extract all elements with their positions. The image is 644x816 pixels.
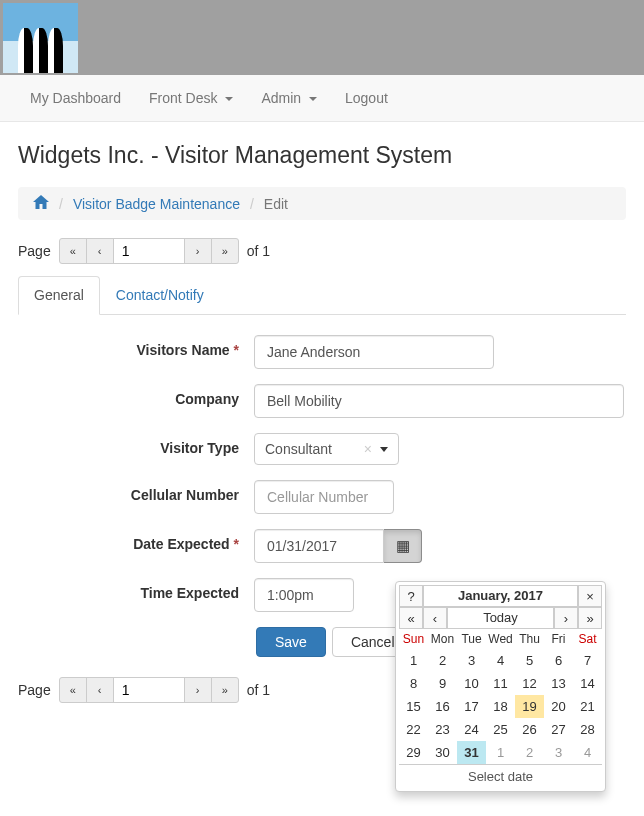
nav-my-dashboard[interactable]: My Dashboard — [16, 75, 135, 121]
chevron-down-icon — [225, 97, 233, 101]
label-visitor-type: Visitor Type — [18, 433, 254, 456]
datepicker-day[interactable]: 28 — [573, 718, 602, 735]
tab-general[interactable]: General — [18, 276, 100, 315]
pager-total: of 1 — [247, 243, 270, 259]
datepicker-day[interactable]: 12 — [515, 672, 544, 695]
datepicker-day[interactable]: 26 — [515, 718, 544, 735]
datepicker-close-button[interactable]: × — [578, 585, 602, 607]
pager-next-button[interactable]: › — [184, 677, 212, 703]
visitor-type-select[interactable]: Consultant × — [254, 433, 399, 465]
pager-first-button[interactable]: « — [59, 238, 87, 264]
pager-page-input[interactable] — [113, 238, 185, 264]
datepicker-dow: Mon — [428, 629, 457, 649]
label-visitors-name: Visitors Name * — [18, 335, 254, 358]
pager-page-input[interactable] — [113, 677, 185, 703]
datepicker-day[interactable]: 18 — [486, 695, 515, 718]
datepicker-day[interactable]: 20 — [544, 695, 573, 718]
datepicker-prev-month[interactable]: ‹ — [423, 607, 447, 629]
datepicker-day[interactable]: 1 — [399, 649, 428, 672]
main-nav: My Dashboard Front Desk Admin Logout — [0, 75, 644, 122]
datepicker-dow: Tue — [457, 629, 486, 649]
label-date-expected: Date Expected * — [18, 529, 254, 552]
logo-image — [3, 3, 78, 73]
datepicker-next-month[interactable]: › — [554, 607, 578, 629]
pager-total: of 1 — [247, 682, 270, 698]
datepicker-today-button[interactable]: Today — [447, 607, 554, 629]
datepicker-day[interactable]: 8 — [399, 672, 428, 695]
breadcrumb-active: Edit — [264, 196, 288, 212]
datepicker-day[interactable]: 9 — [428, 672, 457, 695]
datepicker-day[interactable]: 13 — [544, 672, 573, 695]
label-cellular-number: Cellular Number — [18, 480, 254, 503]
datepicker-day[interactable]: 22 — [399, 718, 428, 735]
datepicker-dow: Wed — [486, 629, 515, 649]
datepicker-day[interactable]: 15 — [399, 695, 428, 718]
breadcrumb: / Visitor Badge Maintenance / Edit — [18, 187, 626, 220]
datepicker-day[interactable]: 6 — [544, 649, 573, 672]
pager-next-button[interactable]: › — [184, 238, 212, 264]
save-button[interactable]: Save — [256, 627, 326, 657]
datepicker-popup: ? January, 2017 × « ‹ Today › » SunMonTu… — [395, 581, 606, 735]
datepicker-day[interactable]: 23 — [428, 718, 457, 735]
date-expected-input[interactable] — [254, 529, 384, 563]
calendar-icon: ▦ — [396, 537, 410, 555]
datepicker-day[interactable]: 7 — [573, 649, 602, 672]
pager-first-button[interactable]: « — [59, 677, 87, 703]
datepicker-day[interactable]: 16 — [428, 695, 457, 718]
pager-top: Page « ‹ › » of 1 — [18, 238, 626, 264]
datepicker-day[interactable]: 10 — [457, 672, 486, 695]
page-title: Widgets Inc. - Visitor Management System — [18, 142, 626, 169]
pager-prev-button[interactable]: ‹ — [86, 677, 114, 703]
datepicker-day[interactable]: 25 — [486, 718, 515, 735]
home-icon[interactable] — [33, 195, 49, 212]
pager-label: Page — [18, 243, 51, 259]
tab-contact-notify[interactable]: Contact/Notify — [100, 276, 220, 314]
nav-admin[interactable]: Admin — [247, 75, 331, 121]
pager-prev-button[interactable]: ‹ — [86, 238, 114, 264]
datepicker-day[interactable]: 27 — [544, 718, 573, 735]
label-company: Company — [18, 384, 254, 407]
time-expected-input[interactable] — [254, 578, 354, 612]
pager-label: Page — [18, 682, 51, 698]
datepicker-day[interactable]: 2 — [428, 649, 457, 672]
datepicker-prev-year[interactable]: « — [399, 607, 423, 629]
visitors-name-input[interactable] — [254, 335, 494, 369]
chevron-down-icon — [380, 447, 388, 452]
datepicker-title[interactable]: January, 2017 — [423, 585, 578, 607]
datepicker-day[interactable]: 24 — [457, 718, 486, 735]
cellular-number-input[interactable] — [254, 480, 394, 514]
datepicker-day[interactable]: 5 — [515, 649, 544, 672]
datepicker-day[interactable]: 3 — [457, 649, 486, 672]
label-time-expected: Time Expected — [18, 578, 254, 601]
date-picker-button[interactable]: ▦ — [384, 529, 422, 563]
datepicker-day[interactable]: 4 — [486, 649, 515, 672]
pager-last-button[interactable]: » — [211, 677, 239, 703]
datepicker-dow: Thu — [515, 629, 544, 649]
nav-logout[interactable]: Logout — [331, 75, 402, 121]
tabs: General Contact/Notify — [18, 276, 626, 315]
datepicker-day[interactable]: 14 — [573, 672, 602, 695]
datepicker-dow: Fri — [544, 629, 573, 649]
datepicker-dow: Sun — [399, 629, 428, 649]
nav-front-desk[interactable]: Front Desk — [135, 75, 247, 121]
chevron-down-icon — [309, 97, 317, 101]
pager-last-button[interactable]: » — [211, 238, 239, 264]
datepicker-day[interactable]: 21 — [573, 695, 602, 718]
datepicker-next-year[interactable]: » — [578, 607, 602, 629]
datepicker-day[interactable]: 19 — [515, 695, 544, 718]
datepicker-dow: Sat — [573, 629, 602, 649]
datepicker-day[interactable]: 11 — [486, 672, 515, 695]
datepicker-day[interactable]: 17 — [457, 695, 486, 718]
company-input[interactable] — [254, 384, 624, 418]
header-bar — [0, 0, 644, 75]
clear-icon[interactable]: × — [364, 441, 372, 457]
datepicker-help-button[interactable]: ? — [399, 585, 423, 607]
breadcrumb-link[interactable]: Visitor Badge Maintenance — [73, 196, 240, 212]
